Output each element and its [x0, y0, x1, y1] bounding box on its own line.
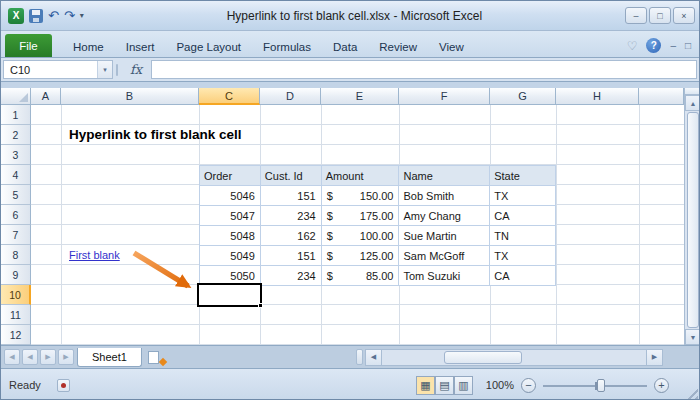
row-header-4[interactable]: 4: [1, 165, 31, 185]
row-header-12[interactable]: 12: [1, 325, 31, 345]
row-header-1[interactable]: 1: [1, 105, 31, 125]
last-sheet-icon[interactable]: ▶: [58, 349, 74, 365]
tab-page-layout[interactable]: Page Layout: [165, 37, 252, 57]
insert-worksheet-icon[interactable]: [145, 349, 167, 366]
column-header-e[interactable]: E: [321, 88, 399, 105]
zoom-slider[interactable]: [543, 378, 647, 393]
excel-logo-icon[interactable]: X: [8, 8, 24, 24]
column-header-g[interactable]: G: [490, 88, 556, 105]
row-header-8[interactable]: 8: [1, 245, 31, 265]
cell-cust[interactable]: 162: [261, 226, 322, 246]
horizontal-scrollbar[interactable]: ◀ ▶: [365, 349, 663, 366]
tab-data[interactable]: Data: [322, 37, 368, 57]
header-cust-id[interactable]: Cust. Id: [261, 166, 322, 186]
cell-order[interactable]: 5047: [200, 206, 261, 226]
next-sheet-icon[interactable]: ▶: [40, 349, 56, 365]
cell-name[interactable]: Bob Smith: [399, 186, 490, 206]
cell-state[interactable]: CA: [490, 266, 556, 286]
save-icon[interactable]: [29, 9, 43, 23]
column-header-a[interactable]: A: [31, 88, 61, 105]
row-header-2[interactable]: 2: [1, 125, 31, 145]
first-sheet-icon[interactable]: ◀: [4, 349, 20, 365]
zoom-in-icon[interactable]: +: [654, 378, 669, 393]
minimize-workbook-icon[interactable]: –: [670, 40, 676, 51]
zoom-level[interactable]: 100%: [486, 379, 514, 391]
redo-icon[interactable]: ↷: [64, 9, 75, 23]
header-name[interactable]: Name: [399, 166, 490, 186]
record-macro-icon[interactable]: [57, 379, 70, 392]
column-header-d[interactable]: D: [260, 88, 321, 105]
previous-sheet-icon[interactable]: ◀: [22, 349, 38, 365]
row-header-5[interactable]: 5: [1, 185, 31, 205]
column-header-h[interactable]: H: [556, 88, 639, 105]
cell-cust[interactable]: 234: [261, 206, 322, 226]
column-header-c[interactable]: C: [199, 88, 260, 105]
first-blank-hyperlink[interactable]: First blank: [69, 245, 120, 265]
restore-button[interactable]: □: [649, 7, 671, 24]
vertical-split-handle[interactable]: [685, 88, 700, 95]
cell-name[interactable]: Sue Martin: [399, 226, 490, 246]
cell-cust[interactable]: 151: [261, 246, 322, 266]
scroll-up-icon[interactable]: ▲: [685, 95, 700, 111]
tab-view[interactable]: View: [428, 37, 475, 57]
name-box-dropdown-icon[interactable]: ▾: [97, 61, 112, 78]
close-button[interactable]: ×: [673, 7, 695, 24]
vertical-scrollbar[interactable]: ▲ ▼: [684, 88, 700, 345]
column-header-b[interactable]: B: [61, 88, 199, 105]
tab-file[interactable]: File: [5, 34, 52, 57]
minimize-button[interactable]: –: [625, 7, 647, 24]
vertical-scroll-thumb[interactable]: [687, 112, 699, 328]
scroll-down-icon[interactable]: ▼: [685, 329, 700, 345]
row-header-3[interactable]: 3: [1, 145, 31, 165]
page-break-view-icon[interactable]: ▥: [454, 376, 473, 395]
cell-state[interactable]: TX: [490, 246, 556, 266]
insert-function-button[interactable]: fx: [121, 60, 151, 79]
sheet-tab-sheet1[interactable]: Sheet1: [77, 348, 142, 367]
row-header-6[interactable]: 6: [1, 205, 31, 225]
horizontal-scroll-track[interactable]: [382, 350, 646, 365]
header-order[interactable]: Order: [200, 166, 261, 186]
page-layout-view-icon[interactable]: ▤: [435, 376, 454, 395]
cell-name[interactable]: Sam McGoff: [399, 246, 490, 266]
fill-handle[interactable]: [258, 303, 263, 308]
cell-state[interactable]: TN: [490, 226, 556, 246]
row-header-9[interactable]: 9: [1, 265, 31, 285]
header-amount[interactable]: Amount: [322, 166, 400, 186]
cell-amount[interactable]: $ 100.00: [322, 226, 400, 246]
row-header-11[interactable]: 11: [1, 305, 31, 325]
header-state[interactable]: State: [490, 166, 556, 186]
cell-grid[interactable]: Hyperlink to first blank cell First blan…: [31, 105, 684, 345]
worksheet-title-cell[interactable]: Hyperlink to first blank cell: [69, 125, 242, 145]
tab-scroll-splitter[interactable]: [356, 349, 363, 365]
tab-home[interactable]: Home: [62, 37, 115, 57]
cell-state[interactable]: TX: [490, 186, 556, 206]
cell-name[interactable]: Tom Suzuki: [399, 266, 490, 286]
undo-icon[interactable]: ↶: [48, 9, 59, 23]
cell-amount[interactable]: $ 125.00: [322, 246, 400, 266]
cell-amount[interactable]: $ 150.00: [322, 186, 400, 206]
formula-input[interactable]: [151, 60, 697, 79]
select-all-corner[interactable]: [1, 88, 31, 105]
tab-formulas[interactable]: Formulas: [252, 37, 322, 57]
tab-review[interactable]: Review: [368, 37, 428, 57]
row-header-7[interactable]: 7: [1, 225, 31, 245]
cell-name[interactable]: Amy Chang: [399, 206, 490, 226]
tab-insert[interactable]: Insert: [115, 37, 166, 57]
horizontal-scroll-thumb[interactable]: [444, 351, 522, 364]
cell-state[interactable]: CA: [490, 206, 556, 226]
cell-cust[interactable]: 234: [261, 266, 322, 286]
help-icon[interactable]: ?: [646, 38, 661, 53]
name-box[interactable]: C10 ▾: [3, 60, 113, 79]
scroll-left-icon[interactable]: ◀: [366, 350, 382, 365]
column-header-f[interactable]: F: [399, 88, 490, 105]
cell-order[interactable]: 5046: [200, 186, 261, 206]
row-header-10[interactable]: 10: [1, 285, 31, 305]
cell-cust[interactable]: 151: [261, 186, 322, 206]
heart-icon[interactable]: ♡: [627, 39, 638, 53]
restore-workbook-icon[interactable]: □: [685, 40, 691, 51]
zoom-slider-thumb[interactable]: [597, 379, 605, 392]
cell-amount[interactable]: $ 175.00: [322, 206, 400, 226]
cell-amount[interactable]: $ 85.00: [322, 266, 400, 286]
zoom-out-icon[interactable]: −: [521, 378, 536, 393]
normal-view-icon[interactable]: ▦: [416, 376, 435, 395]
